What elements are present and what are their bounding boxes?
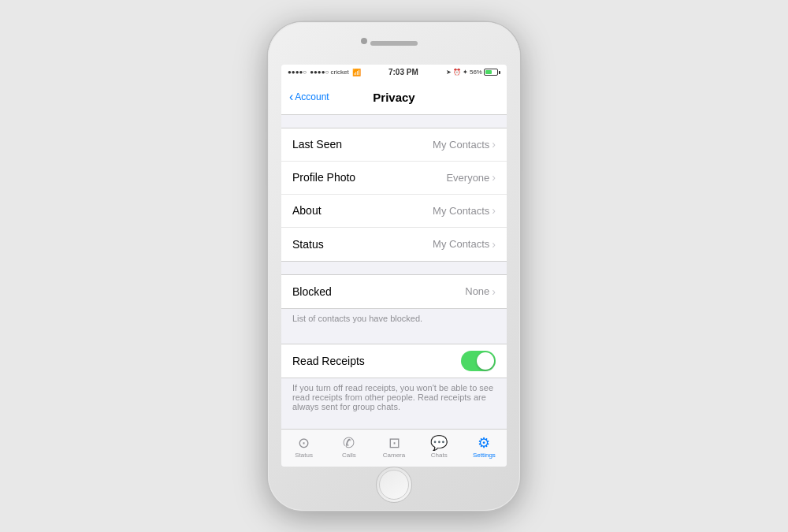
blocked-label: Blocked <box>292 285 332 298</box>
phone-screen: ●●●●○ ●●●●○ cricket 📶 7:03 PM ➤ ⏰ ✦ 56% <box>281 65 507 467</box>
read-receipts-label: Read Receipts <box>292 355 365 367</box>
tab-settings[interactable]: ⚙ Settings <box>462 436 507 459</box>
status-tab-label: Status <box>295 452 313 459</box>
tab-chats[interactable]: 💬 Chats <box>417 436 462 459</box>
home-button-inner <box>379 470 409 500</box>
blocked-rows: Blocked None › <box>281 274 507 309</box>
alarm-icon: ⏰ <box>453 69 461 76</box>
status-left: ●●●●○ ●●●●○ cricket 📶 <box>288 69 361 76</box>
camera-tab-icon: ⊡ <box>388 436 400 450</box>
status-chevron-icon: › <box>492 238 496 251</box>
last-seen-label: Last Seen <box>292 138 342 151</box>
battery-icon <box>484 69 500 76</box>
signal-carrier: ●●●●○ <box>288 69 307 76</box>
about-row[interactable]: About My Contacts › <box>281 195 507 228</box>
blocked-value: None › <box>465 285 496 298</box>
content-area: Last Seen My Contacts › Profile Photo Ev… <box>281 115 507 429</box>
carrier-name: ●●●●○ cricket <box>310 69 349 76</box>
read-receipts-note: If you turn off read receipts, you won't… <box>281 378 507 419</box>
tab-calls[interactable]: ✆ Calls <box>326 436 371 459</box>
home-button[interactable] <box>376 467 412 503</box>
status-label: Status <box>292 238 324 251</box>
read-receipts-toggle[interactable] <box>461 351 496 371</box>
about-label: About <box>292 204 322 217</box>
profile-photo-row[interactable]: Profile Photo Everyone › <box>281 162 507 195</box>
nav-bar: ‹ Account Privacy <box>281 80 507 115</box>
status-time: 7:03 PM <box>388 68 418 76</box>
read-receipts-rows: Read Receipts <box>281 344 507 378</box>
last-seen-value-text: My Contacts <box>433 139 489 151</box>
speaker <box>370 41 418 46</box>
blocked-note: List of contacts you have blocked. <box>281 309 507 331</box>
read-receipts-row[interactable]: Read Receipts <box>281 344 507 378</box>
privacy-rows: Last Seen My Contacts › Profile Photo Ev… <box>281 128 507 262</box>
tab-status[interactable]: ⊙ Status <box>281 436 326 459</box>
settings-tab-label: Settings <box>473 452 496 459</box>
camera-tab-label: Camera <box>383 452 405 459</box>
status-value: My Contacts › <box>433 238 496 251</box>
blocked-chevron-icon: › <box>492 285 496 298</box>
tab-bar: ⊙ Status ✆ Calls ⊡ Camera 💬 Chats ⚙ Sett… <box>281 429 507 467</box>
status-row[interactable]: Status My Contacts › <box>281 228 507 261</box>
status-bar: ●●●●○ ●●●●○ cricket 📶 7:03 PM ➤ ⏰ ✦ 56% <box>281 65 507 80</box>
back-chevron-icon: ‹ <box>289 91 293 103</box>
location-icon: ➤ <box>446 69 452 76</box>
status-tab-icon: ⊙ <box>298 436 310 450</box>
profile-photo-chevron-icon: › <box>492 171 496 184</box>
about-chevron-icon: › <box>492 204 496 217</box>
phone-frame: ●●●●○ ●●●●○ cricket 📶 7:03 PM ➤ ⏰ ✦ 56% <box>268 22 520 511</box>
chats-tab-label: Chats <box>431 452 448 459</box>
wifi-icon: 📶 <box>352 69 361 76</box>
chats-tab-icon: 💬 <box>430 436 448 450</box>
calls-tab-icon: ✆ <box>343 436 355 450</box>
settings-tab-icon: ⚙ <box>478 436 490 450</box>
blocked-section: Blocked None › List of contacts you have… <box>281 274 507 331</box>
privacy-section: Last Seen My Contacts › Profile Photo Ev… <box>281 128 507 262</box>
back-button[interactable]: ‹ Account <box>289 91 329 103</box>
status-value-text: My Contacts <box>433 238 489 250</box>
last-seen-value: My Contacts › <box>433 138 496 151</box>
read-receipts-section: Read Receipts If you turn off read recei… <box>281 344 507 419</box>
about-value-text: My Contacts <box>433 205 489 217</box>
status-right: ➤ ⏰ ✦ 56% <box>446 69 500 76</box>
page-title: Privacy <box>373 91 414 104</box>
tab-camera[interactable]: ⊡ Camera <box>371 436 416 459</box>
battery-percent: 56% <box>470 69 482 76</box>
bluetooth-icon: ✦ <box>463 69 468 76</box>
calls-tab-label: Calls <box>342 452 356 459</box>
blocked-value-text: None <box>465 285 489 297</box>
back-label: Account <box>295 91 329 102</box>
camera-dot <box>361 38 367 44</box>
profile-photo-value: Everyone › <box>446 171 496 184</box>
toggle-knob <box>477 352 494 370</box>
about-value: My Contacts › <box>433 204 496 217</box>
last-seen-chevron-icon: › <box>492 138 496 151</box>
blocked-row[interactable]: Blocked None › <box>281 275 507 308</box>
last-seen-row[interactable]: Last Seen My Contacts › <box>281 128 507 162</box>
profile-photo-value-text: Everyone <box>446 172 489 184</box>
profile-photo-label: Profile Photo <box>292 171 355 184</box>
